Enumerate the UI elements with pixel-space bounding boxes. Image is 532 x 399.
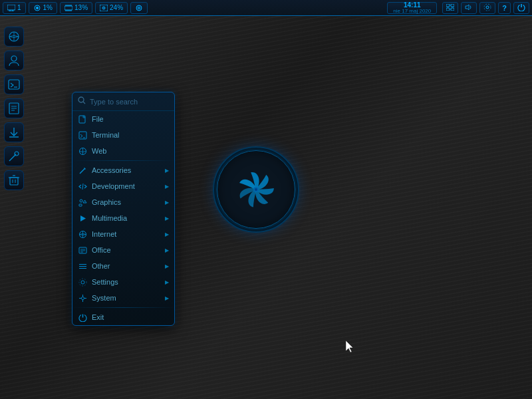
development-arrow: ▶ — [165, 184, 169, 190]
svg-point-41 — [15, 152, 19, 156]
svg-point-19 — [103, 7, 104, 9]
menu-item-internet[interactable]: Internet ▶ — [72, 226, 174, 242]
svg-rect-66 — [79, 247, 86, 253]
internet-icon — [78, 229, 87, 239]
dock-notepad[interactable] — [4, 98, 24, 118]
svg-point-31 — [11, 56, 17, 61]
menu-item-graphics[interactable]: Graphics ▶ — [72, 194, 174, 210]
svg-line-57 — [80, 169, 84, 174]
menu-item-file[interactable]: File — [72, 111, 174, 127]
taskbar-volume[interactable] — [461, 2, 477, 14]
menu-item-accessories[interactable]: Accessories ▶ — [72, 162, 174, 178]
taskbar-clock[interactable]: 14:11 nie 17 maj 2020 — [387, 2, 437, 14]
dock-tools[interactable] — [4, 146, 24, 166]
menu-item-settings[interactable]: Settings ▶ — [72, 274, 174, 290]
svg-rect-53 — [79, 132, 86, 139]
menu-item-multimedia[interactable]: Multimedia ▶ — [72, 210, 174, 226]
svg-line-59 — [82, 184, 83, 190]
menu-internet-label: Internet — [92, 230, 160, 238]
other-arrow: ▶ — [165, 263, 169, 269]
taskbar-right: ? — [442, 2, 529, 14]
system-icon — [78, 293, 87, 303]
dock-terminal[interactable] — [4, 74, 24, 94]
menu-exit-label: Exit — [92, 313, 169, 321]
svg-rect-0 — [7, 5, 15, 10]
taskbar-windows[interactable] — [442, 2, 458, 14]
taskbar: 1 1% 13% 24% 14:11 nie 17 maj 2020 — [0, 0, 532, 16]
menu-web-label: Web — [92, 147, 169, 155]
svg-point-48 — [78, 97, 84, 102]
ram-label: 13% — [74, 4, 88, 11]
windows-icon — [446, 4, 454, 12]
accessories-arrow: ▶ — [165, 168, 169, 174]
svg-line-49 — [83, 102, 85, 104]
menu-search-area — [72, 92, 174, 111]
menu-other-label: Other — [92, 262, 160, 270]
development-icon — [78, 182, 87, 191]
svg-rect-43 — [10, 178, 18, 185]
svg-rect-32 — [9, 80, 19, 89]
office-arrow: ▶ — [165, 247, 169, 253]
settings-menu-icon — [78, 277, 87, 287]
disk-icon — [100, 4, 108, 12]
logo-svg — [213, 146, 299, 233]
display-icon — [7, 4, 15, 12]
internet-arrow: ▶ — [165, 231, 169, 237]
help-icon: ? — [502, 4, 507, 12]
taskbar-help[interactable]: ? — [498, 2, 511, 14]
cpu-icon — [33, 4, 41, 12]
display-label: 1 — [17, 4, 21, 11]
svg-line-42 — [9, 160, 11, 161]
taskbar-power[interactable] — [513, 2, 529, 14]
svg-point-28 — [484, 4, 491, 11]
taskbar-net[interactable] — [130, 2, 148, 14]
ram-icon — [65, 4, 72, 12]
svg-point-5 — [36, 7, 39, 9]
menu-item-exit[interactable]: Exit — [72, 309, 174, 325]
settings-icon — [483, 3, 491, 13]
svg-marker-61 — [83, 200, 86, 203]
taskbar-cpu[interactable]: 1% — [29, 2, 57, 14]
system-arrow: ▶ — [165, 295, 169, 301]
svg-point-73 — [81, 281, 84, 284]
svg-rect-24 — [446, 8, 450, 11]
sidebar-dock — [0, 20, 28, 399]
menu-item-system[interactable]: System ▶ — [72, 290, 174, 306]
menu-file-label: File — [92, 115, 169, 123]
menu-multimedia-label: Multimedia — [92, 214, 160, 222]
taskbar-display[interactable]: 1 — [3, 2, 26, 14]
menu-system-label: System — [92, 294, 160, 302]
menu-item-web[interactable]: Web — [72, 143, 174, 159]
dock-download[interactable] — [4, 122, 24, 142]
logo-circle — [213, 146, 299, 233]
dock-user[interactable] — [4, 51, 24, 70]
svg-rect-6 — [65, 6, 72, 10]
menu-development-label: Development — [92, 182, 160, 190]
menu-item-office[interactable]: Office ▶ — [72, 242, 174, 258]
taskbar-settings[interactable] — [479, 2, 495, 14]
menu-office-label: Office — [92, 246, 160, 254]
svg-point-81 — [255, 188, 257, 191]
svg-rect-62 — [79, 204, 82, 206]
search-icon — [78, 96, 86, 106]
menu-separator-2 — [72, 307, 174, 308]
file-icon — [78, 114, 87, 124]
settings-menu-arrow: ▶ — [165, 279, 169, 285]
svg-point-27 — [486, 6, 489, 9]
accessories-icon — [78, 166, 87, 175]
graphics-icon — [78, 198, 87, 207]
menu-item-other[interactable]: Other ▶ — [72, 258, 174, 274]
menu-graphics-label: Graphics — [92, 198, 160, 206]
menu-item-terminal[interactable]: Terminal — [72, 127, 174, 143]
dock-globe[interactable] — [4, 27, 24, 47]
net-icon — [135, 4, 143, 12]
taskbar-ram[interactable]: 13% — [60, 2, 92, 14]
cpu-label: 1% — [43, 4, 53, 11]
dock-trash[interactable] — [4, 170, 24, 190]
menu-accessories-label: Accessories — [92, 166, 160, 174]
taskbar-disk[interactable]: 24% — [95, 2, 128, 14]
clock-time: 14:11 — [404, 2, 421, 9]
clock-date: nie 17 maj 2020 — [393, 9, 431, 14]
menu-item-development[interactable]: Development ▶ — [72, 178, 174, 194]
search-input[interactable] — [90, 98, 169, 106]
